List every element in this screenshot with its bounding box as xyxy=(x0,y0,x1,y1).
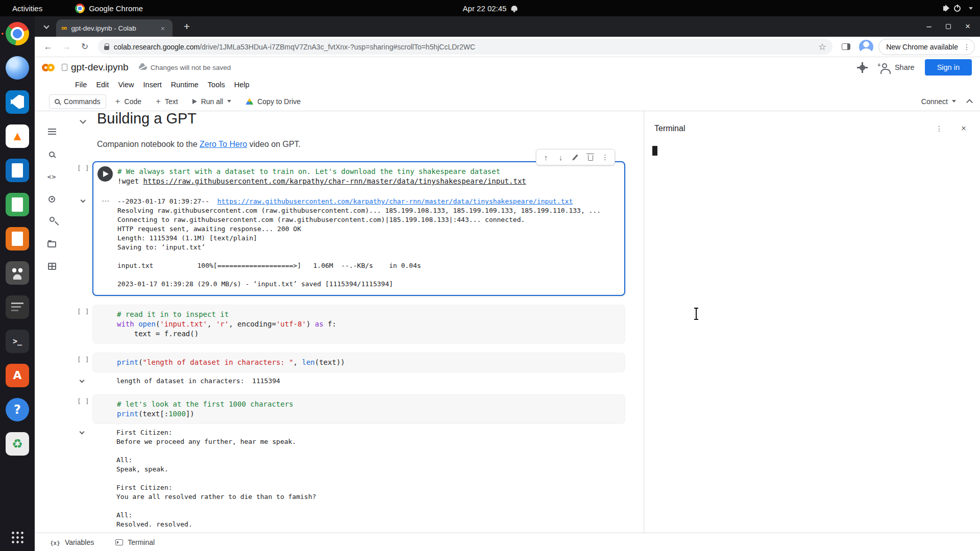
terminal-body[interactable] xyxy=(644,140,980,162)
edit-cell-button[interactable] xyxy=(569,151,582,164)
clock-menu[interactable]: Apr 22 02:45 xyxy=(463,4,518,13)
close-button[interactable] xyxy=(961,19,975,34)
variables-button[interactable]: Variables xyxy=(50,538,94,546)
notebook-scroll-area[interactable]: Building a GPT Companion notebook to the… xyxy=(69,111,644,533)
new-tab-button[interactable] xyxy=(180,19,194,34)
move-cell-down-button[interactable] xyxy=(554,151,568,164)
menu-help[interactable]: Help xyxy=(230,81,254,89)
tab-title: gpt-dev.ipynb - Colab xyxy=(71,24,154,32)
output-line: Resolving raw.githubusercontent.com (raw… xyxy=(117,206,617,215)
libreoffice-writer-dock-item[interactable] xyxy=(0,153,35,187)
add-code-button[interactable]: + Code xyxy=(110,94,146,108)
commands-label: Commands xyxy=(64,97,101,106)
activities-button[interactable]: Activities xyxy=(8,4,46,13)
help-dock-item[interactable] xyxy=(0,392,35,427)
menu-edit[interactable]: Edit xyxy=(91,81,113,89)
profile-avatar[interactable] xyxy=(859,40,873,54)
chrome-update-button[interactable]: New Chrome available xyxy=(878,39,975,55)
side-panel-button[interactable] xyxy=(838,39,854,55)
settings-dock-item[interactable] xyxy=(0,290,35,324)
maximize-button[interactable] xyxy=(941,19,955,34)
rail-find-and-replace-button[interactable] xyxy=(35,143,69,165)
minimize-button[interactable] xyxy=(922,19,936,34)
delete-cell-button[interactable] xyxy=(583,151,597,164)
rail-files-button[interactable] xyxy=(35,233,69,255)
address-bar[interactable]: colab.research.google.com/drive/1JMLa53H… xyxy=(98,39,832,55)
vlc-dock-item[interactable] xyxy=(0,119,35,153)
run-cell-button[interactable] xyxy=(97,166,113,182)
add-text-button[interactable]: + Text xyxy=(151,94,183,108)
code-cell[interactable]: print("length of dataset in characters: … xyxy=(92,353,625,372)
copy-to-drive-button[interactable]: Copy to Drive xyxy=(240,95,306,108)
forward-button[interactable] xyxy=(58,39,75,55)
tab-close-icon[interactable] xyxy=(158,23,167,33)
code-editor[interactable]: print("length of dataset in characters: … xyxy=(93,353,625,372)
code-cell[interactable]: # let's look at the first 1000 character… xyxy=(92,394,625,424)
code-editor[interactable]: # We always start with a dataset to trai… xyxy=(93,162,624,191)
volume-icon xyxy=(943,6,946,11)
terminal-menu-icon[interactable] xyxy=(933,122,945,135)
collapse-header-icon[interactable] xyxy=(966,99,973,106)
notification-bell-icon xyxy=(511,6,517,11)
tab-strip: gpt-dev.ipynb - Colab xyxy=(35,16,980,37)
cell-more-options-button[interactable] xyxy=(598,151,612,164)
rail-table-of-contents-button[interactable] xyxy=(35,120,69,143)
rail-data-table-button[interactable] xyxy=(35,255,69,278)
edit-cell-icon xyxy=(573,154,578,160)
output-line: 2023-01-17 01:39:28 (29.0 MB/s) - ‘input… xyxy=(117,280,617,289)
notebook-title[interactable]: gpt-dev.ipynb xyxy=(71,62,129,73)
menu-insert[interactable]: Insert xyxy=(139,81,166,89)
code-editor[interactable]: # read it in to inspect itwith open('inp… xyxy=(93,305,625,343)
focused-app-menu[interactable]: Google Chrome xyxy=(75,4,143,13)
code-snippets-icon xyxy=(47,172,57,181)
ubuntu-software-dock-item[interactable] xyxy=(0,358,35,392)
menu-runtime[interactable]: Runtime xyxy=(166,81,203,89)
plus-icon: + xyxy=(115,97,120,106)
save-status-label: Changes will not be saved xyxy=(151,64,231,71)
zero-to-hero-link[interactable]: Zero To Hero xyxy=(200,140,247,148)
sign-in-button[interactable]: Sign in xyxy=(925,59,972,76)
chrome-icon xyxy=(75,4,85,13)
terminal-close-icon[interactable] xyxy=(958,122,970,135)
move-cell-up-button[interactable] xyxy=(539,151,553,164)
terminal-dock-item[interactable] xyxy=(0,324,35,358)
libreoffice-calc-icon xyxy=(6,193,29,216)
code-cell[interactable]: # We always start with a dataset to trai… xyxy=(92,161,625,296)
reload-button[interactable] xyxy=(77,39,93,55)
tab-search-button[interactable] xyxy=(40,20,53,33)
vscode-dock-item[interactable] xyxy=(0,85,35,119)
commands-button[interactable]: Commands xyxy=(49,94,106,109)
libreoffice-calc-dock-item[interactable] xyxy=(0,187,35,221)
rail-secrets-button[interactable] xyxy=(35,210,69,233)
browser-tab[interactable]: gpt-dev.ipynb - Colab xyxy=(56,19,173,37)
system-status-menu[interactable] xyxy=(943,5,973,12)
rail-code-snippets-button[interactable] xyxy=(35,165,69,188)
code-line: !wget https://raw.githubusercontent.com/… xyxy=(117,177,617,186)
code-cell[interactable]: # read it in to inspect itwith open('inp… xyxy=(92,305,625,344)
libreoffice-impress-dock-item[interactable] xyxy=(0,221,35,256)
menu-file[interactable]: File xyxy=(70,81,91,89)
menu-tools[interactable]: Tools xyxy=(203,81,230,89)
output-options-icon[interactable] xyxy=(102,196,109,206)
chrome-dock-item[interactable] xyxy=(0,16,35,51)
code-line: # let's look at the first 1000 character… xyxy=(117,399,618,409)
browser-menu-icon[interactable] xyxy=(963,43,970,51)
run-all-button[interactable]: Run all xyxy=(187,95,237,108)
cell-output: length of dataset in characters: 1115394 xyxy=(92,372,625,386)
chromium-dock-item[interactable] xyxy=(0,51,35,85)
site-security-icon[interactable] xyxy=(104,46,109,50)
show-applications-button[interactable] xyxy=(0,531,35,544)
share-button[interactable]: Share xyxy=(879,62,915,72)
back-button[interactable] xyxy=(40,39,56,55)
menu-view[interactable]: View xyxy=(113,81,138,89)
gimp-dock-item[interactable] xyxy=(0,256,35,290)
terminal-button[interactable]: Terminal xyxy=(115,538,155,546)
browser-window: gpt-dev.ipynb - Colab colab.research.goo… xyxy=(35,16,980,551)
rail-scratch-cell-button[interactable] xyxy=(35,188,69,210)
connect-button[interactable]: Connect xyxy=(921,97,956,106)
window-controls xyxy=(922,16,975,37)
code-editor[interactable]: # let's look at the first 1000 character… xyxy=(93,395,625,423)
settings-button[interactable] xyxy=(856,61,869,73)
bookmark-star-icon[interactable] xyxy=(818,41,826,53)
trash-dock-item[interactable] xyxy=(0,427,35,461)
